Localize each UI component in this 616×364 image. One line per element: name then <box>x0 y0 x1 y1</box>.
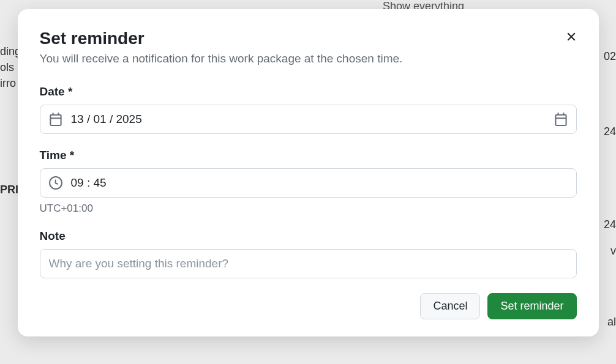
time-value[interactable] <box>71 176 568 190</box>
note-field-group: Note <box>40 229 577 278</box>
note-label: Note <box>40 229 577 243</box>
clock-icon <box>49 176 62 190</box>
close-button[interactable] <box>562 28 580 48</box>
note-input-wrapper[interactable] <box>40 249 577 278</box>
close-icon <box>565 30 578 45</box>
timezone-helper: UTC+01:00 <box>40 202 577 215</box>
date-label: Date * <box>40 85 577 98</box>
modal-subtitle: You will receive a notification for this… <box>40 52 577 65</box>
date-value[interactable] <box>71 113 548 126</box>
time-field-group: Time * UTC+01:00 <box>40 149 577 215</box>
note-input[interactable] <box>49 257 568 270</box>
modal-header: Set reminder You will receive a notifica… <box>40 29 577 65</box>
cancel-button[interactable]: Cancel <box>420 293 480 319</box>
modal-footer: Cancel Set reminder <box>40 293 577 319</box>
calendar-picker-icon[interactable] <box>554 113 568 126</box>
date-input[interactable] <box>40 105 577 134</box>
time-input[interactable] <box>40 168 577 198</box>
date-field-group: Date * <box>40 85 577 134</box>
modal-overlay: Set reminder You will receive a notifica… <box>0 0 616 364</box>
modal-title: Set reminder <box>40 29 577 48</box>
set-reminder-modal: Set reminder You will receive a notifica… <box>18 9 599 336</box>
set-reminder-button[interactable]: Set reminder <box>487 293 576 319</box>
calendar-icon <box>49 113 62 126</box>
time-label: Time * <box>40 149 577 162</box>
